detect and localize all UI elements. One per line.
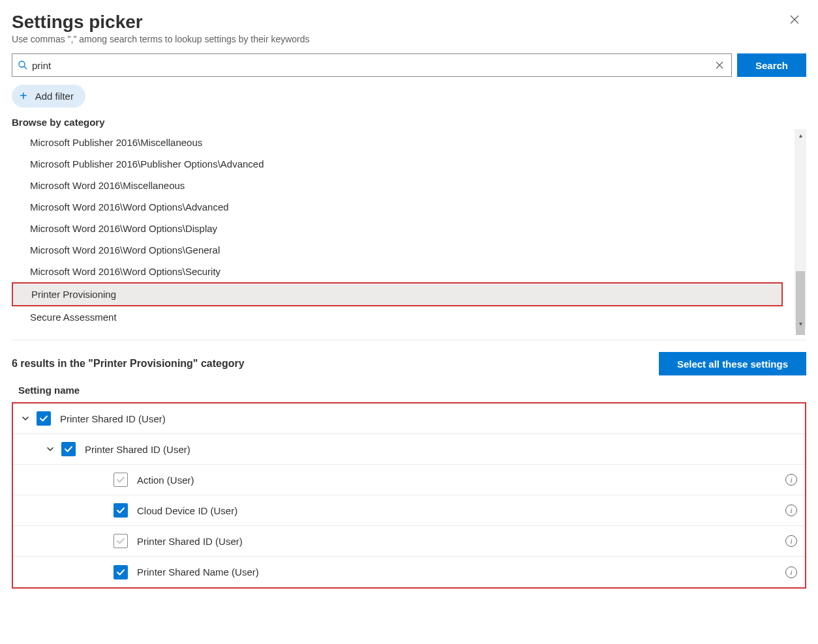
column-header-setting-name: Setting name [12,385,806,402]
add-filter-label: Add filter [35,91,74,102]
search-input[interactable] [32,60,713,71]
setting-label: Cloud Device ID (User) [137,505,785,516]
category-item[interactable]: Microsoft Publisher 2016\Publisher Optio… [12,153,795,175]
setting-checkbox[interactable] [114,565,128,579]
setting-row[interactable]: Cloud Device ID (User)i [13,495,805,526]
setting-checkbox[interactable] [114,534,128,548]
setting-label: Printer Shared ID (User) [137,536,785,547]
category-item[interactable]: Microsoft Word 2016\Miscellaneous [12,175,795,196]
svg-line-1 [24,66,27,69]
info-icon[interactable]: i [785,474,797,486]
setting-label: Printer Shared ID (User) [85,444,797,455]
category-item[interactable]: Secure Assessment [12,306,795,328]
setting-row[interactable]: Printer Shared Name (User)i [13,557,805,587]
scroll-up-icon[interactable]: ▴ [795,129,806,141]
page-subtitle: Use commas "," among search terms to loo… [12,34,806,44]
category-item[interactable]: Microsoft Publisher 2016\Miscellaneous [12,132,795,153]
chevron-down-icon[interactable] [18,414,33,423]
results-summary: 6 results in the "Printer Provisioning" … [12,358,245,370]
search-button[interactable]: Search [737,53,806,77]
info-icon[interactable]: i [785,535,797,547]
setting-row[interactable]: Printer Shared ID (User) [13,434,805,465]
setting-row[interactable]: Action (User)i [13,465,805,495]
setting-checkbox[interactable] [114,473,128,487]
info-icon[interactable]: i [785,505,797,516]
add-filter-button[interactable]: + Add filter [12,85,85,108]
setting-checkbox[interactable] [37,411,51,426]
search-icon [18,60,28,70]
section-divider [12,340,806,340]
close-icon[interactable] [783,12,806,29]
setting-label: Action (User) [137,475,785,486]
setting-checkbox[interactable] [61,442,76,456]
page-title: Settings picker [12,12,143,33]
category-scrollbar[interactable]: ▴ ▾ [795,129,806,329]
setting-row[interactable]: Printer Shared ID (User) [13,403,805,434]
select-all-button[interactable]: Select all these settings [659,352,806,375]
plus-icon: + [20,89,27,104]
search-input-wrap [12,53,732,77]
browse-by-category-label: Browse by category [12,117,806,128]
setting-row[interactable]: Printer Shared ID (User)i [13,526,805,557]
info-icon[interactable]: i [785,566,797,578]
clear-search-icon[interactable] [713,60,726,71]
category-item[interactable]: Microsoft Word 2016\Word Options\Advance… [12,196,795,218]
category-item[interactable]: Microsoft Word 2016\Word Options\Securit… [12,261,795,282]
chevron-down-icon[interactable] [43,445,57,454]
category-item[interactable]: Microsoft Word 2016\Word Options\General [12,239,795,261]
scroll-down-icon[interactable]: ▾ [795,317,806,329]
setting-checkbox[interactable] [114,503,128,518]
setting-label: Printer Shared ID (User) [60,413,797,424]
setting-label: Printer Shared Name (User) [137,566,785,578]
svg-point-0 [19,61,25,67]
category-item[interactable]: Microsoft Word 2016\Word Options\Display [12,218,795,239]
category-item[interactable]: Printer Provisioning [13,284,781,305]
